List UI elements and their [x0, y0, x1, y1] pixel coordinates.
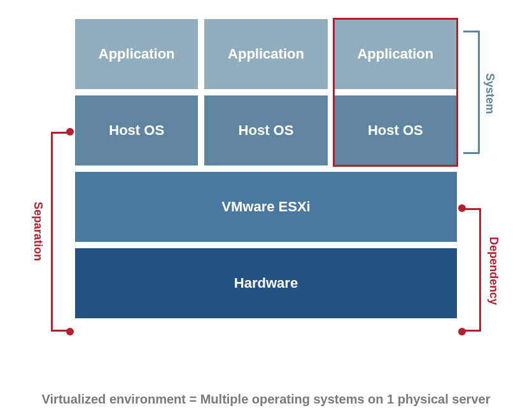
app-cell-1: Application: [75, 19, 198, 89]
diagram-caption: Virtualized environment = Multiple opera…: [0, 392, 532, 407]
app-cell-2: Application: [204, 19, 327, 89]
bracket-dependency: [462, 208, 481, 332]
bracket-system: [463, 31, 480, 154]
row-host-os: Host OS Host OS Host OS: [75, 95, 457, 165]
row-hypervisor: VMware ESXi: [75, 172, 457, 242]
os-cell-3: Host OS: [334, 95, 457, 165]
os-cell-1: Host OS: [75, 95, 198, 165]
label-dependency: Dependency: [487, 237, 500, 305]
diagram-stage: Application Application Application Host…: [75, 19, 457, 325]
bracket-separation: [51, 132, 70, 332]
hardware-cell: Hardware: [75, 248, 457, 318]
label-system: System: [483, 73, 496, 114]
row-hardware: Hardware: [75, 248, 457, 318]
separation-dot-bottom: [66, 328, 74, 335]
dependency-dot-bottom: [458, 328, 466, 335]
separation-dot-top: [66, 128, 74, 136]
app-cell-3: Application: [334, 19, 457, 89]
hypervisor-cell: VMware ESXi: [75, 172, 457, 242]
row-application: Application Application Application: [75, 19, 457, 89]
dependency-dot-top: [458, 204, 466, 212]
label-separation: Separation: [31, 202, 45, 261]
os-cell-2: Host OS: [204, 95, 327, 165]
